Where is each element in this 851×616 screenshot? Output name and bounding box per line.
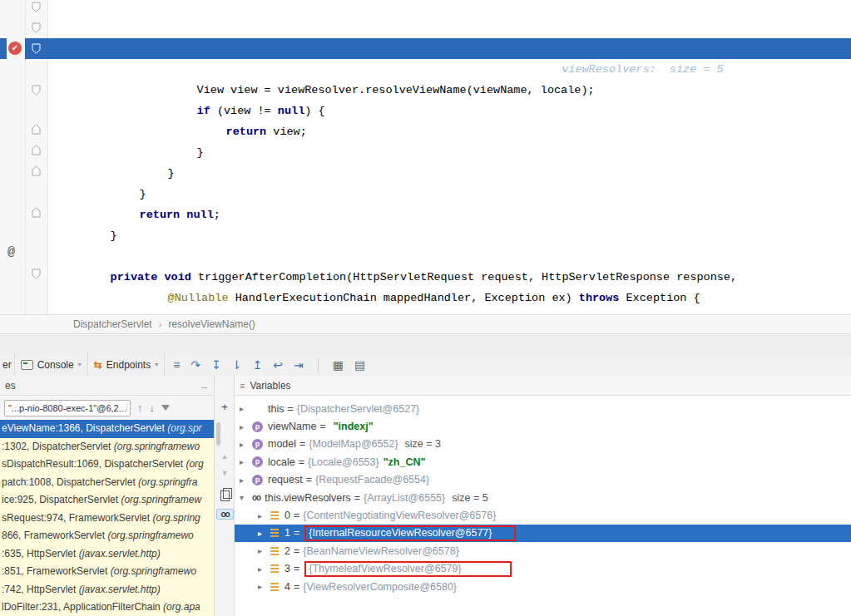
- chevron-right-icon[interactable]: ▸: [240, 457, 252, 466]
- tab-arrow-icon[interactable]: ▾: [78, 361, 82, 368]
- frame-row[interactable]: ice:925, DispatcherServlet (org.springfr…: [0, 491, 214, 510]
- layout-icon[interactable]: ▤: [354, 358, 365, 372]
- panel-arrow-icon[interactable]: →: [200, 381, 209, 391]
- drop-frame-icon[interactable]: ↩: [273, 358, 283, 372]
- equals-sign: =: [299, 438, 305, 450]
- breakpoint-verified-icon[interactable]: ✔: [8, 42, 22, 55]
- chevron-right-icon[interactable]: ▸: [240, 476, 252, 485]
- frame-row[interactable]: :851, FrameworkServlet (org.springframew…: [0, 563, 214, 581]
- tab-debugger[interactable]: er: [0, 353, 15, 376]
- variable-row[interactable]: ▸ 2 = {BeanNameViewResolver@6578}: [235, 542, 851, 559]
- frame-package: (org.springfra: [138, 476, 197, 488]
- collection-size: size = 3: [405, 438, 441, 450]
- variable-row[interactable]: ▸ 3 = {ThymeleafViewResolver@6579}: [235, 560, 851, 578]
- variable-row[interactable]: ▾ oo this.viewResolvers = {ArrayList@655…: [235, 489, 851, 506]
- chevron-right-icon[interactable]: ▸: [240, 440, 252, 449]
- code-line[interactable]: return view;: [47, 101, 851, 121]
- fold-marker-icon[interactable]: [32, 207, 41, 218]
- watch-glasses-icon: oo: [252, 493, 260, 502]
- layout-settings-icon[interactable]: ≡: [173, 358, 180, 372]
- step-over-icon[interactable]: ↷: [190, 358, 200, 372]
- frame-up-icon[interactable]: ↑: [137, 402, 143, 414]
- variable-name: this.viewResolvers: [265, 492, 351, 504]
- chevron-down-icon: ▾: [126, 404, 131, 411]
- view-as-table-icon[interactable]: ▦: [333, 358, 344, 372]
- variables-panel-header: ≡ Variables: [235, 376, 851, 396]
- chevron-right-icon[interactable]: ▸: [258, 582, 270, 591]
- fold-marker-icon[interactable]: [32, 22, 41, 33]
- fold-marker-icon[interactable]: [32, 165, 41, 176]
- variable-row[interactable]: ▸ p model = {ModelMap@6552} size = 3: [235, 436, 851, 453]
- breadcrumb-method[interactable]: resolveViewName(): [168, 318, 255, 330]
- chevron-right-icon[interactable]: ▸: [258, 546, 270, 555]
- execution-line-stripe: [0, 38, 7, 59]
- chevron-right-icon[interactable]: ▸: [258, 529, 270, 538]
- frame-row[interactable]: 866, FrameworkServlet (org.springframewo: [0, 527, 214, 545]
- frame-down-icon[interactable]: ↓: [150, 402, 156, 414]
- frame-row[interactable]: patch:1008, DispatcherServlet (org.sprin…: [0, 474, 214, 492]
- frame-row[interactable]: :1302, DispatcherServlet (org.springfram…: [0, 438, 214, 456]
- show-watches-icon[interactable]: oo: [216, 509, 234, 520]
- code-line[interactable]: if (this.viewResolvers != null) {: [47, 17, 851, 38]
- code-line[interactable]: private void triggerAfterCompletion(Http…: [47, 246, 851, 267]
- fold-marker-icon[interactable]: [32, 269, 41, 279]
- fold-marker-icon[interactable]: [32, 2, 41, 12]
- frame-row[interactable]: lDoFilter:231, ApplicationFilterChain (o…: [0, 599, 214, 616]
- scrollbar-thumb[interactable]: [216, 422, 220, 446]
- frame-row[interactable]: :635, HttpServlet (javax.servlet.http): [0, 545, 214, 564]
- variable-row-selected[interactable]: ▸ 1 = {InternalResourceViewResolver@6577…: [235, 525, 851, 542]
- variable-row[interactable]: ▸ 4 = {ViewResolverComposite@6580}: [235, 578, 851, 595]
- code-line[interactable]: return null;: [47, 184, 851, 205]
- equals-sign: =: [319, 421, 325, 432]
- add-watch-button[interactable]: +: [215, 401, 235, 413]
- code-line[interactable]: }: [47, 142, 851, 163]
- step-into-icon[interactable]: ↧: [211, 358, 221, 372]
- equals-sign: =: [294, 563, 299, 574]
- variable-name: 0: [284, 510, 290, 521]
- code-line[interactable]: }: [47, 121, 851, 142]
- fold-marker-icon[interactable]: [32, 85, 41, 96]
- chevron-right-icon[interactable]: ▸: [258, 511, 270, 520]
- code-line[interactable]: }: [47, 205, 851, 225]
- variable-row[interactable]: ▸ this = {DispatcherServlet@6527}: [235, 400, 851, 417]
- step-out-icon[interactable]: ↥: [253, 358, 263, 372]
- code-editor[interactable]: for (ViewResolver viewResolver : this.vi…: [0, 0, 851, 314]
- variable-row[interactable]: ▸ 0 = {ContentNegotiatingViewResolver@65…: [235, 506, 851, 524]
- chevron-right-icon[interactable]: ▸: [258, 564, 270, 574]
- frame-row[interactable]: sRequest:974, FrameworkServlet (org.spri…: [0, 510, 214, 528]
- chevron-right-icon[interactable]: ▸: [240, 422, 252, 431]
- breadcrumb-class[interactable]: DispatcherServlet: [73, 318, 152, 330]
- frame-row[interactable]: eViewName:1366, DispatcherServlet (org.s…: [0, 420, 214, 438]
- run-to-cursor-icon[interactable]: ⇥: [294, 358, 304, 372]
- fold-marker-icon[interactable]: [32, 124, 41, 135]
- code-token: Exception {: [619, 292, 700, 304]
- code-line-execution[interactable]: for (ViewResolver viewResolver : this.vi…: [25, 38, 851, 59]
- code-line[interactable]: if (view != null) {: [47, 80, 851, 101]
- frame-row[interactable]: sDispatchResult:1069, DispatcherServlet …: [0, 456, 214, 474]
- code-line[interactable]: }: [47, 163, 851, 184]
- frame-location: :851, FrameworkServlet: [2, 565, 111, 577]
- variable-row[interactable]: ▸ p request = {RequestFacade@6554}: [235, 471, 851, 489]
- code-line[interactable]: @Nullable HandlerExecutionChain mappedHa…: [47, 267, 851, 288]
- duplicate-watch-icon[interactable]: [220, 490, 230, 501]
- move-watch-up-button[interactable]: ▲: [215, 452, 235, 461]
- variable-row[interactable]: ▸ p locale = {Locale@6553} "zh_CN": [235, 453, 851, 471]
- fold-marker-icon[interactable]: [32, 145, 41, 155]
- variable-row[interactable]: ▸ p viewName = "indexj": [235, 417, 851, 435]
- tab-console[interactable]: Console ▾: [15, 353, 88, 376]
- ide-window: for (ViewResolver viewResolver : this.vi…: [0, 0, 851, 616]
- parameter-icon: p: [252, 475, 263, 485]
- frame-package: (org.springframew: [121, 494, 201, 505]
- tab-arrow-icon[interactable]: ▾: [155, 361, 158, 368]
- force-step-into-icon[interactable]: ⇂: [232, 358, 242, 372]
- fold-marker-icon[interactable]: [32, 43, 41, 54]
- thread-dropdown[interactable]: "...p-nio-8080-exec-1"@6,2... ▾: [4, 400, 131, 416]
- chevron-right-icon[interactable]: ▸: [240, 404, 252, 413]
- filter-frames-icon[interactable]: [161, 405, 170, 411]
- chevron-down-icon[interactable]: ▾: [240, 493, 252, 502]
- move-watch-down-button[interactable]: ▼: [215, 469, 235, 477]
- variable-value: {RequestFacade@6554}: [315, 474, 429, 485]
- frame-row[interactable]: :742, HttpServlet (javax.servlet.http): [0, 581, 214, 599]
- variables-menu-icon[interactable]: ≡: [240, 381, 245, 391]
- tab-endpoints[interactable]: ⇆ Endpoints ▾: [88, 353, 165, 376]
